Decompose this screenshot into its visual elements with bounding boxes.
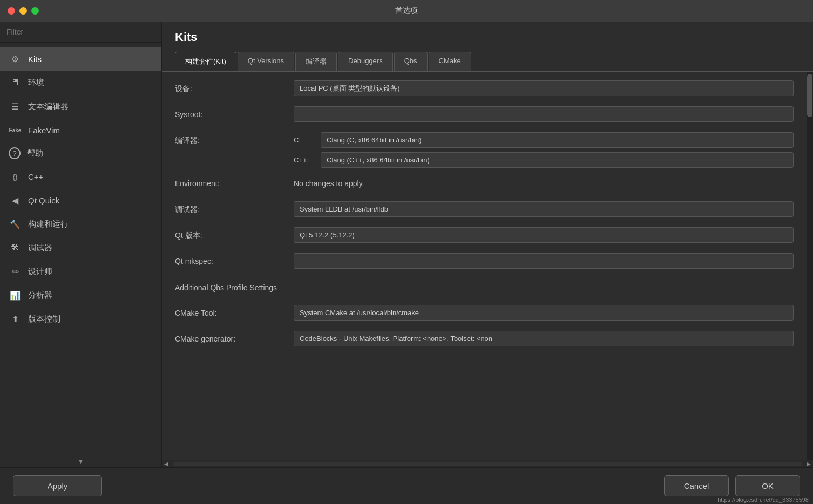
kits-icon: ⚙: [9, 52, 22, 65]
version-control-icon: ⬆: [9, 312, 22, 325]
hscroll-left-arrow[interactable]: ◀: [162, 460, 171, 468]
sidebar-item-label-designer: 设计师: [28, 267, 52, 277]
text-editor-icon: ☰: [9, 100, 22, 113]
compiler-row: 编译器: C: C++:: [175, 132, 794, 168]
compiler-c-input[interactable]: [321, 132, 794, 148]
fakevim-icon: Fake: [9, 124, 22, 137]
device-value: [294, 80, 794, 96]
tab-cmake[interactable]: CMake: [429, 52, 471, 71]
sidebar-item-debugger[interactable]: 🛠 调试器: [0, 236, 161, 260]
sidebar-item-label-kits: Kits: [28, 55, 42, 64]
debugger-value: [294, 201, 794, 217]
device-input[interactable]: [294, 80, 794, 96]
sidebar-item-designer[interactable]: ✏ 设计师: [0, 260, 161, 283]
qt-version-label: Qt 版本:: [175, 227, 294, 241]
tab-kit[interactable]: 构建套件(Kit): [175, 52, 236, 71]
form-scroll: 设备: Sysroot: 编译器:: [162, 72, 807, 460]
cmake-generator-row: CMake generator:: [175, 331, 794, 349]
horizontal-scrollbar: ◀ ▶: [162, 460, 813, 467]
hscroll-track[interactable]: [173, 462, 802, 466]
sidebar-item-label-env: 环境: [28, 78, 44, 88]
hscroll-right-arrow[interactable]: ▶: [804, 460, 813, 468]
sidebar-item-label-build-run: 构建和运行: [28, 219, 69, 229]
compiler-cpp-row: C++:: [294, 152, 794, 168]
sidebar-item-build-run[interactable]: 🔨 构建和运行: [0, 212, 161, 236]
compiler-fields: C: C++:: [294, 132, 794, 168]
environment-row: Environment: No changes to apply.: [175, 175, 794, 194]
window-controls: [8, 7, 39, 15]
compiler-c-row: C:: [294, 132, 794, 148]
tab-debuggers[interactable]: Debuggers: [338, 52, 393, 71]
sidebar-item-qt-quick[interactable]: ◀ Qt Quick: [0, 188, 161, 212]
compiler-cpp-input[interactable]: [321, 152, 794, 168]
cmake-tool-label: CMake Tool:: [175, 305, 294, 317]
cmake-tool-value: [294, 305, 794, 321]
sysroot-label: Sysroot:: [175, 106, 294, 119]
sidebar-item-help[interactable]: ? 帮助: [0, 142, 161, 165]
sysroot-row: Sysroot:: [175, 106, 794, 125]
debugger-row: 调试器:: [175, 201, 794, 220]
sidebar-item-cpp[interactable]: {} C++: [0, 165, 161, 188]
maximize-button[interactable]: [31, 7, 39, 15]
sidebar-item-label-fakevim: FakeVim: [28, 126, 60, 135]
qt-version-value: [294, 227, 794, 243]
close-button[interactable]: [8, 7, 15, 15]
sidebar-item-env[interactable]: 🖥 环境: [0, 71, 161, 94]
debugger-label: 调试器:: [175, 201, 294, 215]
sidebar-item-label-debugger: 调试器: [28, 243, 52, 253]
scrollbar-thumb: [807, 74, 812, 117]
compiler-label: 编译器:: [175, 132, 294, 146]
sysroot-value: [294, 106, 794, 122]
analyzer-icon: 📊: [9, 289, 22, 302]
cmake-generator-input[interactable]: [294, 331, 794, 346]
compiler-c-label: C:: [294, 136, 315, 144]
tab-qbs[interactable]: Qbs: [394, 52, 428, 71]
tab-compilers[interactable]: 编译器: [295, 52, 337, 71]
qbs-profile-header: Additional Qbs Profile Settings: [175, 279, 277, 294]
tab-qt-versions[interactable]: Qt Versions: [238, 52, 294, 71]
titlebar: 首选项: [0, 0, 813, 22]
cmake-tool-input[interactable]: [294, 305, 794, 321]
minimize-button[interactable]: [19, 7, 27, 15]
qt-version-row: Qt 版本:: [175, 227, 794, 246]
content-header: Kits 构建套件(Kit) Qt Versions 编译器 Debuggers…: [162, 22, 813, 71]
sidebar-item-analyzer[interactable]: 📊 分析器: [0, 283, 161, 307]
footer: Apply Cancel OK: [0, 467, 813, 504]
tab-bar: 构建套件(Kit) Qt Versions 编译器 Debuggers Qbs …: [175, 52, 800, 71]
qt-quick-icon: ◀: [9, 194, 22, 207]
designer-icon: ✏: [9, 265, 22, 278]
filter-area: [0, 22, 161, 43]
qt-mkspec-row: Qt mkspec:: [175, 253, 794, 271]
sidebar-item-label-version-control: 版本控制: [28, 314, 60, 324]
form-area: 设备: Sysroot: 编译器:: [162, 71, 813, 460]
ok-button[interactable]: OK: [735, 475, 800, 496]
debugger-input[interactable]: [294, 201, 794, 217]
page-title: Kits: [175, 30, 800, 44]
cancel-button[interactable]: Cancel: [664, 475, 729, 496]
cmake-generator-value: [294, 331, 794, 346]
sidebar-item-text-editor[interactable]: ☰ 文本编辑器: [0, 94, 161, 118]
qt-mkspec-value: [294, 253, 794, 269]
sidebar-item-label-analyzer: 分析器: [28, 290, 52, 301]
qt-version-input[interactable]: [294, 227, 794, 243]
scroll-down-arrow[interactable]: ▼: [78, 458, 84, 465]
sidebar-item-label-text-editor: 文本编辑器: [28, 101, 69, 112]
env-icon: 🖥: [9, 76, 22, 89]
sidebar-item-fakevim[interactable]: Fake FakeVim: [0, 118, 161, 142]
sidebar: ⚙ Kits 🖥 环境 ☰ 文本编辑器 Fake FakeVim ? 帮助 {}: [0, 22, 162, 467]
sidebar-list: ⚙ Kits 🖥 环境 ☰ 文本编辑器 Fake FakeVim ? 帮助 {}: [0, 43, 161, 455]
vertical-scrollbar[interactable]: [807, 72, 813, 460]
apply-button[interactable]: Apply: [13, 475, 102, 496]
sidebar-item-label-cpp: C++: [28, 172, 43, 181]
content-area: Kits 构建套件(Kit) Qt Versions 编译器 Debuggers…: [162, 22, 813, 467]
qt-mkspec-input[interactable]: [294, 253, 794, 269]
cmake-tool-row: CMake Tool:: [175, 305, 794, 323]
sysroot-input[interactable]: [294, 106, 794, 122]
filter-input[interactable]: [6, 28, 155, 36]
sidebar-item-kits[interactable]: ⚙ Kits: [0, 47, 161, 71]
sidebar-item-version-control[interactable]: ⬆ 版本控制: [0, 307, 161, 331]
footer-right: Cancel OK: [664, 475, 800, 496]
device-label: 设备:: [175, 80, 294, 94]
environment-label: Environment:: [175, 175, 294, 188]
build-run-icon: 🔨: [9, 217, 22, 230]
